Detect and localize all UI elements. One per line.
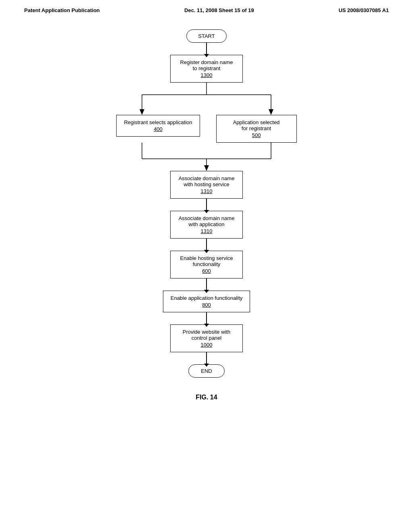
- diagram-area: START Register domain name to registrant…: [0, 17, 413, 401]
- registrant-node: Registrant selects application 400: [116, 115, 200, 137]
- arrow-5: [206, 312, 207, 324]
- page-header: Patent Application Publication Dec. 11, …: [0, 0, 413, 17]
- svg-marker-3: [140, 109, 144, 115]
- arrow-1: [206, 43, 207, 55]
- enable-app-node: Enable application functionality 800: [163, 291, 250, 312]
- branch-connector: [86, 83, 327, 115]
- app-selected-node: Application selected for registrant 500: [216, 115, 297, 143]
- arrow-2: [206, 199, 207, 211]
- provide-website-node: Provide website with control panel 1000: [170, 324, 243, 352]
- fig-label: FIG. 14: [196, 394, 217, 401]
- enable-hosting-node: Enable hosting service functionality 600: [170, 251, 243, 278]
- header-right: US 2008/0307085 A1: [338, 7, 389, 13]
- merge-connector: [86, 143, 327, 171]
- branch-boxes: Registrant selects application 400 Appli…: [81, 115, 332, 143]
- start-node: START: [186, 29, 226, 43]
- assoc-app-node: Associate domain name with application 1…: [170, 211, 243, 239]
- branch-svg: [86, 83, 327, 115]
- register-node: Register domain name to registrant 1300: [170, 55, 243, 83]
- merge-svg: [86, 143, 327, 171]
- svg-marker-10: [204, 165, 209, 171]
- arrow-6: [206, 352, 207, 364]
- arrow-3: [206, 239, 207, 251]
- header-middle: Dec. 11, 2008 Sheet 15 of 19: [184, 7, 254, 13]
- svg-marker-5: [269, 109, 273, 115]
- arrow-4: [206, 278, 207, 291]
- header-left: Patent Application Publication: [24, 7, 100, 13]
- assoc-hosting-node: Associate domain name with hosting servi…: [170, 171, 243, 199]
